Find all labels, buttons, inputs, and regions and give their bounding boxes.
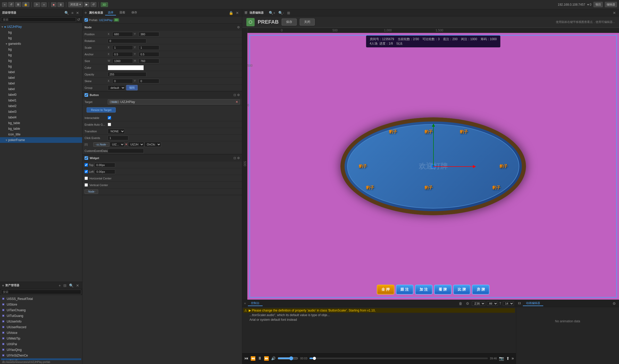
asset-UIZJHPlay[interactable]: ▣ UIZJHPlay [1,358,81,360]
tree-pokerframe[interactable]: ▼ pokerFrame [0,137,82,143]
anim-tab[interactable]: 动画编辑器 [523,301,543,306]
tree-label4[interactable]: label4 [0,115,82,120]
asset-add-btn[interactable]: + [58,283,62,288]
tree-bg-1[interactable]: bg [0,30,82,35]
pause2-btn[interactable]: ⏸ [258,356,262,361]
more-btn[interactable]: » [512,356,514,361]
project-btn[interactable]: 项目 [593,2,603,7]
event-close-btn[interactable]: ✕ [125,143,128,146]
button-copy-btn[interactable]: ⊡ [233,93,236,97]
widget-copy-btn[interactable]: ⊡ [233,156,236,160]
widget-left-input[interactable] [95,169,115,174]
asset-UIStore[interactable]: ▣ UIStore [1,302,81,307]
click-events-count[interactable] [108,136,128,140]
hierarchy-search-btn[interactable]: 🔍 [63,10,70,15]
progress-handle[interactable] [313,357,316,360]
position-x-input[interactable] [112,32,133,37]
play-btn[interactable]: ▶ [84,2,89,7]
asset-UIUserInfo[interactable]: ▣ UIUserInfo [1,319,81,324]
asset-UIUserRecord[interactable]: ▣ UIUserRecord [1,324,81,330]
tab-select[interactable]: 选择 [105,10,116,15]
tab-fixed[interactable]: 固着 [117,10,128,15]
scale-x-input[interactable] [112,45,133,50]
plus-btn[interactable]: + [41,2,46,7]
follow-btn[interactable]: 跟 注 [396,285,413,294]
widget-vcenter-check[interactable] [85,183,88,187]
node-section-header[interactable]: Node ⚙ [82,24,242,31]
size-w-input[interactable] [112,59,133,63]
screenshot-btn[interactable]: 📷 [499,356,504,361]
widget-left-check[interactable] [85,170,88,173]
tree-label-1[interactable]: label [0,69,82,75]
tree-label-2[interactable]: label [0,75,82,81]
tree-gi-bg-2[interactable]: bg [0,52,82,58]
tree-label-4[interactable]: label [0,86,82,92]
editor-btn[interactable]: 编辑器 [605,2,617,7]
scene-canvas-area[interactable]: 0 500 1,000 1,500 [247,28,619,300]
button-enabled-check[interactable] [85,93,88,97]
stop-btn[interactable]: ■ [51,2,56,7]
tree-bg-table-2[interactable]: bg_table [0,126,82,132]
asset-UIXiPai[interactable]: ▣ UIXiPai [1,341,81,347]
look-btn[interactable]: 看 牌 [434,285,451,294]
event-method-select[interactable]: OnClic [145,142,161,147]
group-edit-btn[interactable]: 编辑 [126,85,138,90]
scale-y-input[interactable] [139,45,159,50]
console-filter-select[interactable]: 正则 [472,301,485,306]
prop-lock-btn[interactable]: 🔒 [228,10,234,15]
opacity-input[interactable] [108,72,146,77]
console-level-select[interactable]: All [487,301,498,306]
scene-close-btn2[interactable]: 关闭 [300,19,315,25]
resize-to-target-btn[interactable]: Resize to Target [87,107,116,112]
rotation-input[interactable] [108,39,146,43]
size-h-input[interactable] [139,59,159,63]
tree-label3[interactable]: label3 [0,109,82,115]
group-dropdown[interactable]: default [108,85,125,90]
asset-UITanChuang[interactable]: ▣ UITanChuang [1,307,81,313]
add-node-btn[interactable]: + [2,2,7,7]
asset-UITuiGuang[interactable]: ▣ UITuiGuang [1,313,81,319]
widget-top-input[interactable] [95,163,115,167]
custom-data-input[interactable] [108,149,144,153]
widget-top-check[interactable] [85,163,88,167]
scene-close-btn[interactable]: ✕ [612,10,617,15]
prop-close-btn[interactable]: ✕ [235,10,240,15]
tab-save[interactable]: 保存 [129,10,140,15]
tree-label1[interactable]: label1 [0,98,82,103]
console-fontsize-select[interactable]: 14 [503,301,514,306]
asset-UIYinSi[interactable]: ▣ UIYinSiZhenCe [1,353,81,358]
tree-gi-bg-3[interactable]: bg [0,58,82,64]
hierarchy-refresh-btn[interactable]: ↺ [76,17,81,22]
widget-hcenter-check[interactable] [85,177,88,180]
widget-settings-btn[interactable]: ⚙ [237,156,240,160]
widget-section-header[interactable]: Widget ⊡ ⚙ [82,154,242,162]
tree-label2[interactable]: label2 [0,103,82,109]
node-ref-close-btn[interactable]: ✕ [236,100,238,104]
scene-zoom-in-btn[interactable]: 🔍+ [268,10,276,15]
node-settings-btn[interactable]: ⚙ [237,25,240,29]
tree-gameinfo[interactable]: ▼ gameinfo [0,41,82,47]
lock-btn[interactable]: 🔒 [22,2,29,7]
tree-bg-2[interactable]: bg [0,35,82,41]
all-in-btn[interactable]: 全 押 [377,285,394,294]
event-node-select[interactable]: UIZ... [110,142,124,147]
tree-root[interactable]: ▼ ● UIZJHPlay [0,24,82,30]
console-clear-btn[interactable]: 🗑 [458,301,463,306]
compare-btn[interactable]: 比 牌 [453,285,471,294]
volume-slider[interactable] [278,356,298,360]
asset-search-input[interactable] [1,290,81,294]
browser-btn[interactable]: 浏览器 ▾ [68,2,83,7]
hierarchy-options-btn[interactable]: ≡ [70,10,74,15]
prefab-check[interactable] [85,18,88,22]
button-settings-btn[interactable]: ⚙ [237,93,240,97]
button-section-header[interactable]: Button ⊡ ⚙ [82,91,242,99]
progress-bar[interactable] [310,358,488,359]
skew-x-input[interactable] [112,79,133,83]
tree-label-3[interactable]: label [0,81,82,86]
refresh-btn[interactable]: ↺ [8,2,14,7]
3d-btn[interactable]: 3D [101,2,108,7]
anim-settings-btn[interactable]: ⚙ [612,301,617,306]
fold-btn[interactable]: 弃 牌 [472,285,490,294]
scene-zoom-out-btn[interactable]: 🔍- [277,10,285,15]
skew-y-input[interactable] [139,79,159,83]
